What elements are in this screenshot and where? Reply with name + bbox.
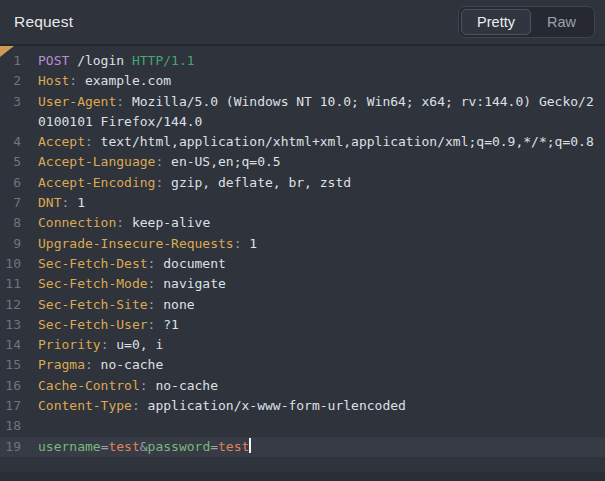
line-content: Upgrade-Insecure-Requests: 1	[38, 234, 596, 254]
line-number: 9	[0, 234, 21, 254]
line-number: 15	[0, 355, 21, 375]
code-line[interactable]: 16Cache-Control: no-cache	[0, 376, 605, 396]
code-line[interactable]: 19username=test&password=test	[0, 437, 605, 457]
line-number: 10	[0, 254, 21, 274]
code-line[interactable]: 12Sec-Fetch-Site: none	[0, 295, 605, 315]
line-number: 7	[0, 193, 21, 213]
line-content: POST /login HTTP/1.1	[38, 51, 596, 71]
line-number: 3	[0, 92, 21, 133]
line-content: Priority: u=0, i	[38, 335, 596, 355]
line-number: 4	[0, 132, 21, 152]
line-content: Accept-Encoding: gzip, deflate, br, zstd	[38, 173, 596, 193]
line-content: Sec-Fetch-Dest: document	[38, 254, 596, 274]
code-line[interactable]: 17Content-Type: application/x-www-form-u…	[0, 396, 605, 416]
line-content	[38, 416, 596, 436]
code-line[interactable]: 6Accept-Encoding: gzip, deflate, br, zst…	[0, 173, 605, 193]
text-cursor-icon	[249, 438, 251, 453]
code-line[interactable]: 8Connection: keep-alive	[0, 213, 605, 233]
line-number: 2	[0, 71, 21, 91]
code-line[interactable]: 5Accept-Language: en-US,en;q=0.5	[0, 152, 605, 172]
line-content: username=test&password=test	[38, 437, 596, 457]
code-line[interactable]: 11Sec-Fetch-Mode: navigate	[0, 274, 605, 294]
line-content: Host: example.com	[38, 71, 596, 91]
line-content: Cache-Control: no-cache	[38, 376, 596, 396]
code-line[interactable]: 9Upgrade-Insecure-Requests: 1	[0, 234, 605, 254]
code-area: 1POST /login HTTP/1.12Host: example.com3…	[0, 51, 605, 457]
line-content: Sec-Fetch-User: ?1	[38, 315, 596, 335]
view-mode-toggle: Pretty Raw	[458, 6, 595, 38]
panel-title: Request	[14, 13, 73, 31]
code-line[interactable]: 7DNT: 1	[0, 193, 605, 213]
code-line[interactable]: 2Host: example.com	[0, 71, 605, 91]
tab-raw[interactable]: Raw	[531, 9, 592, 35]
line-number: 13	[0, 315, 21, 335]
line-content: DNT: 1	[38, 193, 596, 213]
line-number: 12	[0, 295, 21, 315]
line-number: 17	[0, 396, 21, 416]
line-number: 18	[0, 416, 21, 436]
line-content: Sec-Fetch-Mode: navigate	[38, 274, 596, 294]
line-content: User-Agent: Mozilla/5.0 (Windows NT 10.0…	[38, 92, 596, 133]
corner-marker-icon	[0, 46, 14, 57]
line-content: Pragma: no-cache	[38, 355, 596, 375]
code-line[interactable]: 14Priority: u=0, i	[0, 335, 605, 355]
line-number: 19	[0, 437, 21, 457]
line-content: Connection: keep-alive	[38, 213, 596, 233]
line-content: Accept: text/html,application/xhtml+xml,…	[38, 132, 596, 152]
line-content: Content-Type: application/x-www-form-url…	[38, 396, 596, 416]
code-line[interactable]: 1POST /login HTTP/1.1	[0, 51, 605, 71]
code-line[interactable]: 3User-Agent: Mozilla/5.0 (Windows NT 10.…	[0, 92, 605, 133]
line-number: 16	[0, 376, 21, 396]
code-line[interactable]: 4Accept: text/html,application/xhtml+xml…	[0, 132, 605, 152]
line-number: 8	[0, 213, 21, 233]
line-content: Sec-Fetch-Site: none	[38, 295, 596, 315]
request-editor[interactable]: 1POST /login HTTP/1.12Host: example.com3…	[0, 46, 605, 479]
tab-pretty[interactable]: Pretty	[461, 9, 531, 35]
code-line[interactable]: 15Pragma: no-cache	[0, 355, 605, 375]
line-number: 5	[0, 152, 21, 172]
line-number: 14	[0, 335, 21, 355]
bottom-scrollbar-track[interactable]	[0, 472, 605, 481]
line-number: 11	[0, 274, 21, 294]
code-line[interactable]: 13Sec-Fetch-User: ?1	[0, 315, 605, 335]
request-panel-header: Request Pretty Raw	[0, 0, 605, 46]
code-line[interactable]: 18	[0, 416, 605, 436]
code-line[interactable]: 10Sec-Fetch-Dest: document	[0, 254, 605, 274]
line-content: Accept-Language: en-US,en;q=0.5	[38, 152, 596, 172]
line-number: 6	[0, 173, 21, 193]
